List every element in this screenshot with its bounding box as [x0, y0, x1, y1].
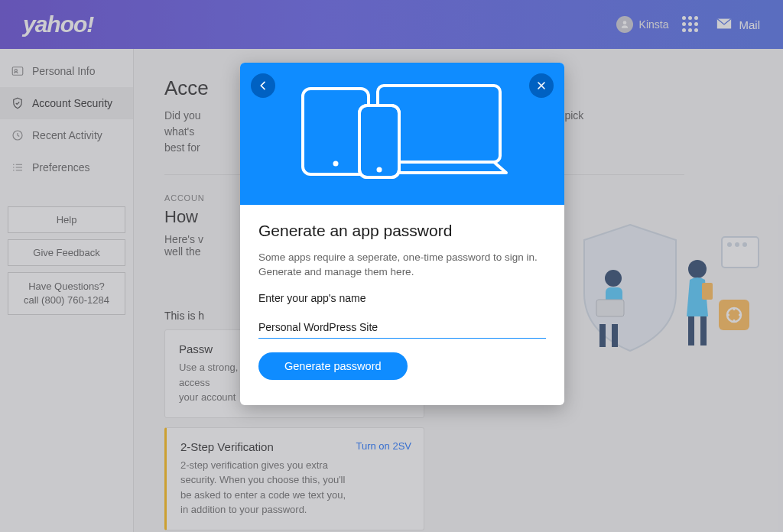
svg-rect-21 [359, 105, 399, 177]
chevron-left-icon [257, 79, 269, 92]
svg-point-23 [377, 167, 382, 172]
modal-desc: Some apps require a seperate, one-time p… [258, 251, 546, 280]
app-password-modal: Generate an app password Some apps requi… [240, 63, 564, 405]
app-name-label: Enter your app's name [258, 292, 546, 304]
devices-illustration-icon [295, 81, 509, 187]
modal-body: Generate an app password Some apps requi… [240, 205, 564, 395]
back-button[interactable] [251, 73, 275, 98]
generate-password-button[interactable]: Generate password [258, 352, 408, 380]
svg-point-19 [333, 161, 339, 166]
modal-title: Generate an app password [258, 222, 546, 240]
modal-header [240, 63, 564, 205]
close-icon [535, 79, 547, 92]
close-button[interactable] [529, 73, 554, 98]
app-name-input[interactable] [258, 318, 546, 339]
